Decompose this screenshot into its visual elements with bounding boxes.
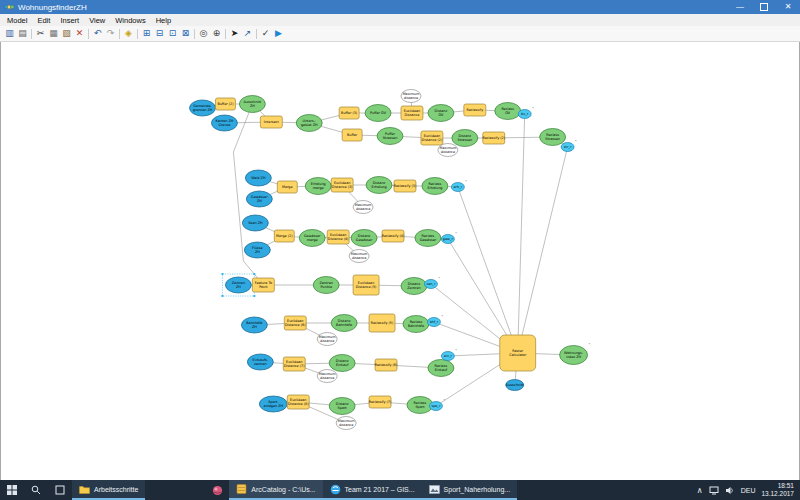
model-node-g1[interactable]: AusschnittZH [239, 96, 265, 113]
pan-icon[interactable]: ⊕ [210, 27, 223, 40]
model-node-g10[interactable]: DistanzErholung [366, 177, 392, 194]
model-node-t13[interactable]: EuclideanDistance (4) [327, 230, 349, 244]
model-node-g21[interactable]: DistanzSport [329, 398, 355, 415]
taskbar-app-image-viewer[interactable]: Sport_Naherholung... [422, 480, 518, 500]
model-node-t2[interactable]: Intersect [260, 116, 282, 128]
menu-model[interactable]: Model [2, 14, 32, 26]
modelbuilder-diagram[interactable]: Gemeinde-grenzen ZHKanton ZHGrenzeWald Z… [1, 42, 799, 485]
model-canvas-area[interactable]: Gemeinde-grenzen ZHKanton ZHGrenzeWald Z… [0, 42, 800, 485]
model-node-t8[interactable]: Reclassify (2) [482, 132, 505, 144]
model-node-t19[interactable]: EuclideanDistance (7) [283, 357, 305, 371]
model-node-t18[interactable]: Reclassify (5) [369, 314, 395, 332]
auto-layout-icon[interactable]: ◈ [122, 27, 135, 40]
paste-icon[interactable]: ▧ [60, 27, 73, 40]
model-node-g13[interactable]: DistanzGewässer [351, 230, 377, 247]
model-node-t15[interactable]: Feature ToPoint [252, 278, 274, 292]
model-node-w2[interactable]: Maximumdistance [438, 144, 458, 157]
start-button[interactable] [0, 480, 24, 500]
model-node-g5[interactable]: ReclassÖV [495, 103, 521, 120]
zoom-icon[interactable]: ◎ [197, 27, 210, 40]
model-node-g19[interactable]: DistanzEinkauf [329, 355, 355, 372]
model-node-g6[interactable]: PufferStrassen [377, 128, 403, 145]
menu-insert[interactable]: Insert [55, 14, 84, 26]
model-node-w3[interactable]: Maximumdistance [353, 201, 373, 214]
taskbar-clock[interactable]: 18:51 13.12.2017 [761, 482, 794, 498]
model-node-b7[interactable]: ZentrenZH [221, 273, 255, 297]
model-node-b10[interactable]: Sport-anlagen ZH [259, 396, 287, 412]
task-view-button[interactable] [48, 480, 72, 500]
model-node-g8[interactable]: ReclassStrassen [540, 129, 566, 146]
model-node-t20[interactable]: Reclassify (6) [375, 359, 398, 371]
model-node-g14[interactable]: ReclassGewässer [415, 230, 441, 247]
model-node-g22[interactable]: ReclassSport [407, 397, 433, 414]
model-node-t22[interactable]: Reclassify (7) [369, 396, 392, 408]
model-node-t21[interactable]: EuclideanDistance (8) [287, 395, 309, 409]
model-node-g17[interactable]: DistanzBahnhöfe [331, 315, 357, 332]
model-node-t7[interactable]: Reclassify [464, 104, 486, 116]
connect-icon[interactable]: ↗ [241, 27, 254, 40]
model-node-g2[interactable]: Unters.-gebiet ZH [296, 115, 322, 132]
fixed-zoom-in-icon[interactable]: ⊟ [153, 27, 166, 40]
model-node-g16[interactable]: DistanzZentren [401, 278, 427, 295]
model-node-g11[interactable]: ReclassErholung [422, 178, 448, 195]
model-node-t12[interactable]: Merge (2) [274, 230, 294, 242]
model-node-b4[interactable]: GewässerZH [246, 191, 272, 207]
tray-chevron-icon[interactable]: ∧ [697, 486, 703, 495]
model-node-b5[interactable]: Seen ZH [242, 215, 268, 231]
menu-view[interactable]: View [84, 14, 110, 26]
fixed-zoom-out-icon[interactable]: ⊡ [166, 27, 179, 40]
minimize-button[interactable]: — [728, 0, 752, 14]
model-node-b11[interactable]: Ausschnitt [506, 380, 524, 391]
menu-help[interactable]: Help [151, 14, 176, 26]
print-icon[interactable]: ▤ [16, 27, 29, 40]
model-node-c4[interactable]: gew_r* [441, 231, 457, 243]
validate-icon[interactable]: ✓ [259, 27, 272, 40]
model-node-t1[interactable]: Buffer (2) [215, 98, 235, 110]
undo-icon[interactable]: ↶ [91, 27, 104, 40]
full-extent-icon[interactable]: ⊞ [140, 27, 153, 40]
maximize-button[interactable] [752, 0, 776, 14]
model-node-t6[interactable]: EuclideanDistance (2) [421, 131, 443, 145]
model-node-b6[interactable]: FlüsseZH [244, 242, 270, 258]
model-node-t17[interactable]: EuclideanDistance (6) [284, 316, 306, 330]
save-icon[interactable]: ▥ [3, 27, 16, 40]
model-node-b9[interactable]: Einkaufs-zentren [247, 354, 273, 370]
model-node-c5[interactable]: zen_r* [424, 276, 440, 288]
model-node-t11[interactable]: Reclassify (3) [394, 180, 417, 192]
keyboard-language[interactable]: DEU [741, 487, 756, 494]
model-node-b8[interactable]: BahnhöfeZH [241, 317, 267, 333]
model-node-g15[interactable]: ZentrenPunkte [313, 277, 339, 294]
model-node-t5[interactable]: EuclideanDistance [401, 106, 423, 120]
select-icon[interactable]: ➤ [228, 27, 241, 40]
taskbar-app-arcglobe[interactable] [205, 480, 229, 500]
model-node-w1[interactable]: Maximumdistance [401, 90, 421, 103]
model-node-g9[interactable]: Erholungmerge [305, 178, 331, 195]
menu-windows[interactable]: Windows [110, 14, 150, 26]
model-node-c3[interactable]: erh_r* [451, 179, 467, 191]
model-node-g20[interactable]: ReclassEinkauf [428, 360, 454, 377]
model-node-g12[interactable]: Gewässermerge [299, 230, 325, 247]
menu-edit[interactable]: Edit [32, 14, 55, 26]
delete-icon[interactable]: ✕ [73, 27, 86, 40]
model-node-w5[interactable]: Maximumdistance [317, 333, 337, 346]
model-node-t14[interactable]: Reclassify (4) [382, 230, 405, 242]
redo-icon[interactable]: ↷ [104, 27, 117, 40]
volume-icon[interactable] [725, 486, 735, 495]
model-node-w7[interactable]: Maximumdistance [336, 417, 356, 430]
model-node-g18[interactable]: ReclassBahnhöfe [403, 316, 429, 333]
model-node-g7[interactable]: DistanzStrassen [452, 130, 478, 147]
model-node-b2[interactable]: Kanton ZHGrenze [211, 115, 237, 131]
model-node-t16[interactable]: EuclideanDistance (5) [353, 275, 379, 295]
go-to-percent-icon[interactable]: ⊠ [179, 27, 192, 40]
model-node-gfinal[interactable]: Wohnungs-index ZH* [560, 342, 591, 364]
model-node-w4[interactable]: Maximumdistance [349, 250, 369, 263]
taskbar-app-arccatalog[interactable]: ArcCatalog - C:\Us... [229, 480, 322, 500]
close-button[interactable]: ✕ [776, 0, 800, 14]
run-icon[interactable]: ▶ [272, 27, 285, 40]
model-node-t3[interactable]: Buffer (3) [339, 107, 359, 119]
model-node-c1[interactable]: öv_r* [518, 106, 534, 118]
model-node-t4[interactable]: Buffer [342, 129, 362, 141]
model-node-g3[interactable]: Puffer ÖV [365, 105, 391, 122]
model-node-tcalc[interactable]: RasterCalculator [500, 335, 536, 371]
model-node-t9[interactable]: Merge [277, 181, 297, 193]
